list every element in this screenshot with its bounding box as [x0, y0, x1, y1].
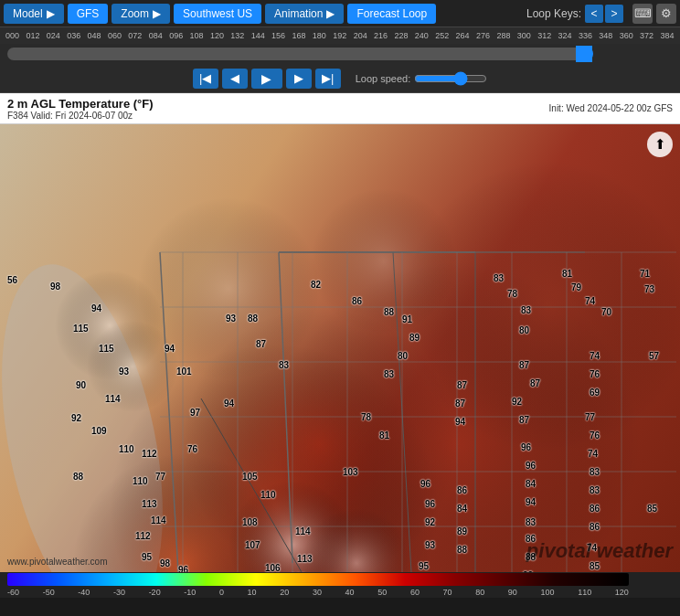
scale-label: -20	[149, 588, 161, 597]
scale-label: 30	[313, 588, 322, 597]
loop-key-next[interactable]: >	[605, 5, 623, 23]
tick-label: 216	[374, 31, 388, 40]
tick-label: 312	[537, 31, 551, 40]
zoom-button[interactable]: Zoom ▶	[112, 4, 170, 24]
region-label: Southwest US	[183, 7, 252, 20]
tick-label: 168	[292, 31, 305, 40]
tick-label: 144	[251, 31, 265, 40]
color-scale-bar: -60-50-40-30-20-100102030405060708090100…	[0, 572, 680, 598]
tick-label: 288	[496, 31, 510, 40]
scale-label: 50	[377, 588, 387, 597]
controls-bar: |◀ ◀ ▶ ▶ ▶| Loop speed:	[0, 64, 680, 93]
info-row: 2 m AGL Temperature (°F) F384 Valid: Fri…	[0, 93, 680, 124]
scale-label: 20	[280, 588, 289, 597]
tick-label: 276	[476, 31, 490, 40]
tick-label: 348	[599, 31, 612, 40]
scale-label: 110	[578, 588, 591, 597]
init-time: Init: Wed 2024-05-22 00z GFS	[549, 103, 673, 113]
loop-key-prev[interactable]: <	[585, 5, 603, 23]
tick-label: 036	[67, 31, 80, 40]
zoom-label: Zoom	[121, 7, 149, 20]
watermark-text: pivotal weather	[526, 539, 673, 563]
keyboard-icon-button[interactable]: ⌨	[632, 4, 653, 24]
tick-label: 324	[558, 31, 572, 40]
next-frame-button[interactable]: ▶	[286, 69, 312, 89]
last-frame-button[interactable]: ▶|	[315, 69, 341, 89]
tick-label: 084	[149, 31, 163, 40]
scale-label: 70	[443, 588, 452, 597]
tick-label: 072	[128, 31, 142, 40]
first-frame-button[interactable]: |◀	[193, 69, 218, 89]
scale-label: -40	[78, 588, 90, 597]
settings-icon-button[interactable]: ⚙	[656, 4, 676, 24]
scale-label: 100	[541, 588, 555, 597]
scale-label: 60	[410, 588, 420, 597]
tick-label: 336	[579, 31, 592, 40]
tick-label: 180	[313, 31, 326, 40]
attribution-text: www.pivotalweather.com	[7, 557, 108, 567]
model-button[interactable]: Model ▶	[4, 4, 64, 24]
forecast-loop-label: Forecast Loop	[356, 7, 427, 20]
tick-row: 0000120240360480600720840961081201321441…	[0, 27, 680, 44]
map-area: 5698941151159390114921091101128811011311…	[0, 124, 680, 572]
toolbar: Model ▶ GFS Zoom ▶ Southwest US Animatio…	[0, 0, 680, 27]
tick-label: 132	[230, 31, 244, 40]
tick-labels: 0000120240360480600720840961081201321441…	[5, 31, 675, 40]
tick-label: 012	[26, 31, 39, 40]
tick-label: 264	[456, 31, 470, 40]
loop-keys-buttons: < >	[585, 5, 623, 23]
animation-arrow-icon: ▶	[326, 7, 335, 20]
tick-label: 096	[169, 31, 183, 40]
zoom-arrow-icon: ▶	[153, 7, 161, 20]
settings-icons: ⌨ ⚙	[632, 4, 676, 24]
valid-time: F384 Valid: Fri 2024-06-07 00z	[7, 111, 154, 121]
tick-label: 360	[620, 31, 633, 40]
scale-labels: -60-50-40-30-20-100102030405060708090100…	[7, 588, 629, 597]
share-button[interactable]: ⬆	[647, 132, 673, 157]
tick-label: 024	[47, 31, 60, 40]
scale-label: -50	[43, 588, 55, 597]
prev-frame-button[interactable]: ◀	[222, 69, 248, 89]
scale-label: 0	[219, 588, 224, 597]
loop-keys-label: Loop Keys:	[526, 7, 581, 20]
animation-label: Animation	[274, 7, 323, 20]
tick-label: 120	[210, 31, 224, 40]
tick-label: 252	[435, 31, 449, 40]
tick-label: 048	[88, 31, 101, 40]
scale-label: -30	[113, 588, 125, 597]
scale-label: -10	[184, 588, 196, 597]
gfs-label: GFS	[77, 7, 100, 20]
region-button[interactable]: Southwest US	[174, 4, 261, 24]
color-gradient-bar	[7, 573, 629, 586]
scale-label: 120	[615, 588, 629, 597]
tick-label: 300	[517, 31, 531, 40]
tick-label: 060	[108, 31, 122, 40]
play-button[interactable]: ▶	[251, 69, 282, 89]
gfs-button[interactable]: GFS	[68, 4, 109, 24]
forecast-loop-button[interactable]: Forecast Loop	[347, 4, 436, 24]
scale-label: 40	[345, 588, 355, 597]
loop-speed-slider[interactable]	[414, 71, 487, 86]
model-arrow-icon: ▶	[47, 7, 55, 20]
tick-label: 204	[354, 31, 367, 40]
animation-button[interactable]: Animation ▶	[265, 4, 344, 24]
model-label: Model	[13, 7, 43, 20]
scale-label: -60	[7, 588, 19, 597]
map-canvas	[0, 124, 680, 572]
timeline[interactable]	[0, 44, 680, 64]
tick-label: 372	[640, 31, 653, 40]
tick-label: 240	[415, 31, 429, 40]
watermark-label: pivotal weather	[526, 539, 673, 562]
scale-label: 80	[475, 588, 484, 597]
tick-label: 192	[333, 31, 346, 40]
tick-label: 000	[5, 31, 19, 40]
loop-speed-label: Loop speed:	[356, 73, 411, 84]
scale-label: 10	[248, 588, 257, 597]
tick-label: 108	[190, 31, 204, 40]
info-left: 2 m AGL Temperature (°F) F384 Valid: Fri…	[7, 97, 154, 121]
variable-title: 2 m AGL Temperature (°F)	[7, 97, 154, 111]
tick-label: 384	[661, 31, 675, 40]
tick-label: 228	[394, 31, 408, 40]
scale-label: 90	[508, 588, 517, 597]
tick-label: 156	[271, 31, 285, 40]
